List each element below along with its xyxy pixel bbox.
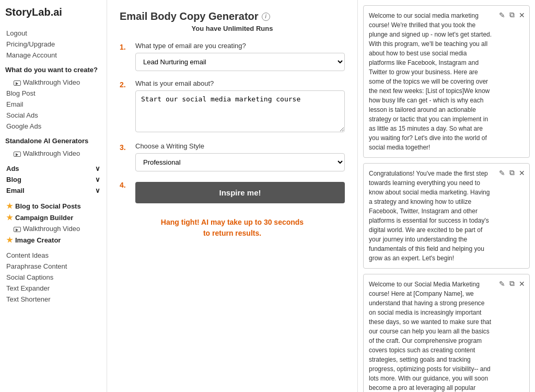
result-card-2-actions: ✎ ⧉ ✕ bbox=[498, 168, 526, 178]
sidebar-item-social-ads[interactable]: Social Ads bbox=[5, 110, 101, 121]
blog-collapse[interactable]: Blog ∨ bbox=[5, 174, 101, 185]
edit-button-3[interactable]: ✎ bbox=[498, 279, 506, 289]
step-2: 2. What is your email about? Start our s… bbox=[120, 79, 345, 134]
result-card-3: ✎ ⧉ ✕ Welcome to our Social Media Market… bbox=[363, 274, 530, 392]
blog-to-social-posts[interactable]: ★ Blog to Social Posts bbox=[5, 200, 101, 212]
email-about-textarea[interactable]: Start our social media marketing course bbox=[135, 90, 345, 132]
text-shortener-link[interactable]: Text Shortener bbox=[5, 294, 101, 305]
copy-button-3[interactable]: ⧉ bbox=[508, 279, 516, 289]
result-text-3: Welcome to our Social Media Marketing co… bbox=[369, 280, 524, 392]
standalone-section: Standalone AI Generators Walkthrough Vid… bbox=[5, 137, 101, 159]
close-button-3[interactable]: ✕ bbox=[518, 279, 526, 289]
social-captions-link[interactable]: Social Captions bbox=[5, 272, 101, 283]
collapse-sections: Ads ∨ Blog ∨ Email ∨ bbox=[5, 163, 101, 196]
result-card-1-actions: ✎ ⧉ ✕ bbox=[498, 10, 526, 20]
step-2-label: What is your email about? bbox=[135, 79, 345, 87]
sidebar-item-email[interactable]: Email bbox=[5, 99, 101, 110]
pricing-link[interactable]: Pricing/Upgrade bbox=[5, 39, 101, 50]
star-icon-campaign: ★ bbox=[6, 213, 13, 222]
star-icon-blog: ★ bbox=[6, 202, 13, 210]
ads-collapse[interactable]: Ads ∨ bbox=[5, 163, 101, 174]
unlimited-runs-label: You have Unlimited Runs bbox=[120, 25, 345, 32]
video-icon-campaign bbox=[14, 227, 21, 232]
sidebar-standalone-walkthrough[interactable]: Walkthrough Video bbox=[5, 148, 101, 159]
blog-chevron-icon: ∨ bbox=[95, 176, 100, 183]
step-2-content: What is your email about? Start our soci… bbox=[135, 79, 345, 134]
step-1-label: What type of email are you creating? bbox=[135, 42, 345, 50]
step-1-number: 1. bbox=[120, 42, 130, 51]
content-ideas-link[interactable]: Content Ideas bbox=[5, 250, 101, 261]
star-icon-image: ★ bbox=[6, 236, 13, 244]
copy-button-1[interactable]: ⧉ bbox=[508, 10, 516, 20]
bottom-links: Content Ideas Paraphrase Content Social … bbox=[5, 250, 101, 305]
campaign-builder[interactable]: ★ Campaign Builder bbox=[5, 212, 101, 223]
step-3-content: Choose a Writing Style Professional Casu… bbox=[135, 142, 345, 171]
edit-button-1[interactable]: ✎ bbox=[498, 10, 506, 20]
video-icon bbox=[14, 80, 21, 86]
edit-button-2[interactable]: ✎ bbox=[498, 168, 506, 178]
campaign-walkthrough[interactable]: Walkthrough Video bbox=[5, 223, 101, 234]
inspire-button[interactable]: Inspire me! bbox=[135, 182, 345, 203]
paraphrase-content-link[interactable]: Paraphrase Content bbox=[5, 261, 101, 272]
step-1: 1. What type of email are you creating? … bbox=[120, 42, 345, 71]
step-2-number: 2. bbox=[120, 79, 130, 89]
copy-button-2[interactable]: ⧉ bbox=[508, 168, 516, 178]
image-creator[interactable]: ★ Image Creator bbox=[5, 234, 101, 246]
main-content: Email Body Copy Generator i You have Unl… bbox=[107, 0, 357, 392]
video-icon-standalone bbox=[14, 152, 21, 157]
create-section: What do you want to create? Walkthrough … bbox=[5, 66, 101, 132]
result-card-1: ✎ ⧉ ✕ Welcome to our social media market… bbox=[363, 5, 530, 158]
close-button-2[interactable]: ✕ bbox=[518, 168, 526, 178]
step-3-label: Choose a Writing Style bbox=[135, 142, 345, 150]
result-text-1: Welcome to our social media marketing co… bbox=[369, 11, 524, 152]
page-title: Email Body Copy Generator bbox=[120, 10, 259, 22]
step-4-content: Inspire me! bbox=[135, 180, 345, 203]
create-section-title: What do you want to create? bbox=[5, 66, 101, 74]
step-1-content: What type of email are you creating? Lea… bbox=[135, 42, 345, 71]
sidebar-item-blog-post[interactable]: Blog Post bbox=[5, 88, 101, 99]
close-button-1[interactable]: ✕ bbox=[518, 10, 526, 20]
sidebar-item-walkthrough-video[interactable]: Walkthrough Video bbox=[5, 77, 101, 88]
step-4: 4. Inspire me! bbox=[120, 180, 345, 203]
email-type-select[interactable]: Lead Nurturing email Welcome email Newsl… bbox=[135, 53, 345, 71]
email-chevron-icon: ∨ bbox=[95, 187, 100, 194]
result-card-2: ✎ ⧉ ✕ Congratulations! You've made the f… bbox=[363, 163, 530, 269]
manage-account-link[interactable]: Manage Account bbox=[5, 50, 101, 61]
result-card-3-actions: ✎ ⧉ ✕ bbox=[498, 279, 526, 289]
step-3: 3. Choose a Writing Style Professional C… bbox=[120, 142, 345, 171]
text-expander-link[interactable]: Text Expander bbox=[5, 283, 101, 294]
step-3-number: 3. bbox=[120, 142, 130, 152]
page-title-area: Email Body Copy Generator i bbox=[120, 10, 345, 22]
wait-message: Hang tight! AI may take up to 30 seconds… bbox=[120, 217, 345, 239]
writing-style-select[interactable]: Professional Casual Friendly Formal bbox=[135, 153, 345, 171]
standalone-title: Standalone AI Generators bbox=[5, 137, 101, 145]
info-icon[interactable]: i bbox=[262, 13, 270, 21]
star-sections: ★ Blog to Social Posts ★ Campaign Builde… bbox=[5, 200, 101, 246]
top-nav: Logout Pricing/Upgrade Manage Account bbox=[5, 28, 101, 61]
logout-link[interactable]: Logout bbox=[5, 28, 101, 39]
ads-chevron-icon: ∨ bbox=[95, 165, 100, 172]
email-collapse[interactable]: Email ∨ bbox=[5, 185, 101, 196]
step-4-number: 4. bbox=[120, 180, 130, 189]
results-panel: ✎ ⧉ ✕ Welcome to our social media market… bbox=[357, 0, 535, 392]
sidebar: StoryLab.ai Logout Pricing/Upgrade Manag… bbox=[0, 0, 107, 392]
logo: StoryLab.ai bbox=[5, 6, 101, 18]
result-text-2: Congratulations! You've made the first s… bbox=[369, 169, 524, 263]
sidebar-item-google-ads[interactable]: Google Ads bbox=[5, 121, 101, 132]
